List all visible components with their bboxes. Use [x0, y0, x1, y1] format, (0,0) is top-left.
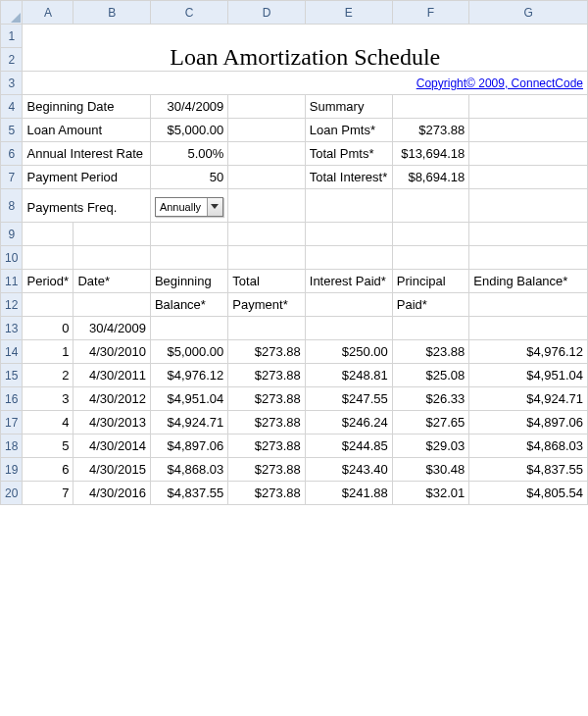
- col-header-G[interactable]: G: [469, 1, 588, 25]
- col-header-A[interactable]: A: [23, 1, 74, 25]
- cell-date[interactable]: 4/30/2011: [74, 364, 150, 387]
- cell-beg[interactable]: [150, 317, 227, 340]
- cell-pay[interactable]: [228, 317, 305, 340]
- cell-B12[interactable]: [74, 293, 150, 317]
- hdr-begbal2[interactable]: Balance*: [150, 293, 227, 317]
- cell-period[interactable]: 2: [23, 364, 74, 387]
- cell-end[interactable]: $4,868.03: [469, 435, 588, 458]
- cell-period[interactable]: 7: [23, 482, 74, 505]
- cell-D6[interactable]: [228, 142, 305, 166]
- cell-beg[interactable]: $4,951.04: [150, 387, 227, 411]
- cell-int[interactable]: $247.55: [305, 387, 392, 411]
- loan-pmts-value[interactable]: $273.88: [392, 119, 468, 142]
- cell-B9[interactable]: [74, 223, 150, 246]
- cell-pay[interactable]: $273.88: [228, 340, 305, 364]
- cell-date[interactable]: 4/30/2013: [74, 411, 150, 435]
- copyright-link[interactable]: Copyright© 2009, ConnectCode: [23, 72, 588, 95]
- cell-period[interactable]: 0: [23, 317, 74, 340]
- cell-end[interactable]: [469, 317, 588, 340]
- cell-E12[interactable]: [305, 293, 392, 317]
- cell-end[interactable]: $4,805.54: [469, 482, 588, 505]
- cell-A10[interactable]: [23, 246, 74, 270]
- cell-prin[interactable]: $25.08: [392, 364, 468, 387]
- row-header-12[interactable]: 12: [1, 293, 23, 317]
- cell-C9[interactable]: [150, 223, 227, 246]
- hdr-date[interactable]: Date*: [74, 270, 150, 293]
- cell-date[interactable]: 4/30/2012: [74, 387, 150, 411]
- row-header-17[interactable]: 17: [1, 411, 23, 435]
- cell-pay[interactable]: $273.88: [228, 435, 305, 458]
- cell-beg[interactable]: $4,976.12: [150, 364, 227, 387]
- col-header-B[interactable]: B: [74, 1, 150, 25]
- cell-end[interactable]: $4,951.04: [469, 364, 588, 387]
- row-header-19[interactable]: 19: [1, 458, 23, 482]
- cell-prin[interactable]: $29.03: [392, 435, 468, 458]
- row-header-5[interactable]: 5: [1, 119, 23, 142]
- cell-G9[interactable]: [469, 223, 588, 246]
- cell-period[interactable]: 6: [23, 458, 74, 482]
- cell-int[interactable]: $241.88: [305, 482, 392, 505]
- cell-beg[interactable]: $4,924.71: [150, 411, 227, 435]
- col-header-D[interactable]: D: [228, 1, 305, 25]
- hdr-prinpaid1[interactable]: Principal: [392, 270, 468, 293]
- cell-E9[interactable]: [305, 223, 392, 246]
- cell-date[interactable]: 4/30/2010: [74, 340, 150, 364]
- total-interest-label[interactable]: Total Interest*: [305, 166, 392, 189]
- cell-int[interactable]: $246.24: [305, 411, 392, 435]
- row-header-7[interactable]: 7: [1, 166, 23, 189]
- hdr-begbal1[interactable]: Beginning: [150, 270, 227, 293]
- cell-prin[interactable]: $30.48: [392, 458, 468, 482]
- cell-C10[interactable]: [150, 246, 227, 270]
- cell-G7[interactable]: [469, 166, 588, 189]
- cell-E10[interactable]: [305, 246, 392, 270]
- cell-int[interactable]: $248.81: [305, 364, 392, 387]
- cell-prin[interactable]: $26.33: [392, 387, 468, 411]
- cell-G10[interactable]: [469, 246, 588, 270]
- cell-D4[interactable]: [228, 95, 305, 119]
- period-value[interactable]: 50: [150, 166, 227, 189]
- cell-F9[interactable]: [392, 223, 468, 246]
- row-header-16[interactable]: 16: [1, 387, 23, 411]
- row-header-2[interactable]: 2: [1, 48, 23, 72]
- loan-pmts-label[interactable]: Loan Pmts*: [305, 119, 392, 142]
- cell-D7[interactable]: [228, 166, 305, 189]
- cell-G6[interactable]: [469, 142, 588, 166]
- row-header-6[interactable]: 6: [1, 142, 23, 166]
- chevron-down-icon[interactable]: [207, 198, 222, 216]
- cell-int[interactable]: $250.00: [305, 340, 392, 364]
- cell-prin[interactable]: $27.65: [392, 411, 468, 435]
- total-pmts-label[interactable]: Total Pmts*: [305, 142, 392, 166]
- row-header-14[interactable]: 14: [1, 340, 23, 364]
- rate-label[interactable]: Annual Interest Rate: [23, 142, 150, 166]
- cell-int[interactable]: $243.40: [305, 458, 392, 482]
- hdr-period[interactable]: Period*: [23, 270, 74, 293]
- loan-amount-value[interactable]: $5,000.00: [150, 119, 227, 142]
- rate-value[interactable]: 5.00%: [150, 142, 227, 166]
- cell-pay[interactable]: $273.88: [228, 364, 305, 387]
- cell-period[interactable]: 3: [23, 387, 74, 411]
- cell-date[interactable]: 30/4/2009: [74, 317, 150, 340]
- cell-end[interactable]: $4,924.71: [469, 387, 588, 411]
- row-header-15[interactable]: 15: [1, 364, 23, 387]
- total-interest-value[interactable]: $8,694.18: [392, 166, 468, 189]
- cell-A9[interactable]: [23, 223, 74, 246]
- row-header-20[interactable]: 20: [1, 482, 23, 505]
- cell-period[interactable]: 4: [23, 411, 74, 435]
- row-header-8[interactable]: 8: [1, 189, 23, 223]
- beginning-date-value[interactable]: 30/4/2009: [150, 95, 227, 119]
- hdr-totpay2[interactable]: Payment*: [228, 293, 305, 317]
- cell-date[interactable]: 4/30/2016: [74, 482, 150, 505]
- cell-end[interactable]: $4,837.55: [469, 458, 588, 482]
- freq-dropdown[interactable]: Annually: [155, 197, 223, 217]
- col-header-C[interactable]: C: [150, 1, 227, 25]
- cell-prin[interactable]: $23.88: [392, 340, 468, 364]
- cell-date[interactable]: 4/30/2014: [74, 435, 150, 458]
- cell-beg[interactable]: $4,897.06: [150, 435, 227, 458]
- col-header-E[interactable]: E: [305, 1, 392, 25]
- cell-D8[interactable]: [228, 189, 305, 223]
- cell-D5[interactable]: [228, 119, 305, 142]
- cell-F8[interactable]: [392, 189, 468, 223]
- cell-period[interactable]: 5: [23, 435, 74, 458]
- cell-A12[interactable]: [23, 293, 74, 317]
- freq-label[interactable]: Payments Freq.: [23, 189, 150, 223]
